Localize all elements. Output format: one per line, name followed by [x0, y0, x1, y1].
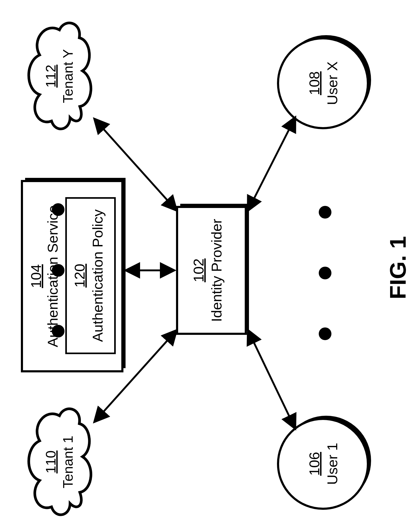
- diagram-canvas: 104 Authentication Service 120 Authentic…: [0, 0, 416, 532]
- svg-point-9: [52, 325, 64, 337]
- user1-node: 106 User 1: [278, 416, 371, 509]
- tenanty-ref: 112: [43, 65, 58, 88]
- authentication-service-box: 104 Authentication Service 120 Authentic…: [22, 178, 126, 371]
- authentication-service-ref: 104: [28, 264, 44, 288]
- authentication-policy-label: Authentication Policy: [90, 209, 105, 342]
- authentication-policy-ref: 120: [72, 264, 87, 288]
- svg-point-11: [52, 203, 64, 216]
- tenanty-label: Tenant Y: [60, 49, 76, 103]
- edge-idp-userx: [248, 118, 295, 210]
- user1-label: User 1: [324, 443, 340, 485]
- svg-point-10: [52, 264, 64, 277]
- userx-ref: 108: [306, 71, 322, 95]
- userx-node: 108 User X: [278, 35, 371, 128]
- user1-ref: 106: [306, 452, 322, 476]
- tenant1-label: Tenant 1: [60, 436, 76, 488]
- user-ellipsis: [319, 206, 331, 340]
- svg-point-8: [278, 38, 368, 128]
- svg-point-13: [319, 267, 331, 279]
- tenant1-node: 110 Tenant 1: [29, 409, 91, 515]
- svg-point-14: [319, 206, 331, 219]
- tenant1-ref: 110: [43, 451, 58, 474]
- userx-label: User X: [324, 61, 340, 105]
- authentication-policy-box: 120 Authentication Policy: [66, 198, 115, 353]
- svg-point-6: [278, 419, 368, 509]
- svg-point-12: [319, 327, 331, 340]
- identity-provider-label: Identity Provider: [209, 219, 224, 322]
- identity-provider-box: 102 Identity Provider: [177, 204, 249, 334]
- identity-provider-ref: 102: [191, 258, 206, 282]
- edge-idp-user1: [248, 331, 295, 428]
- tenanty-node: 112 Tenant Y: [29, 23, 91, 129]
- figure-label: FIG. 1: [385, 236, 410, 299]
